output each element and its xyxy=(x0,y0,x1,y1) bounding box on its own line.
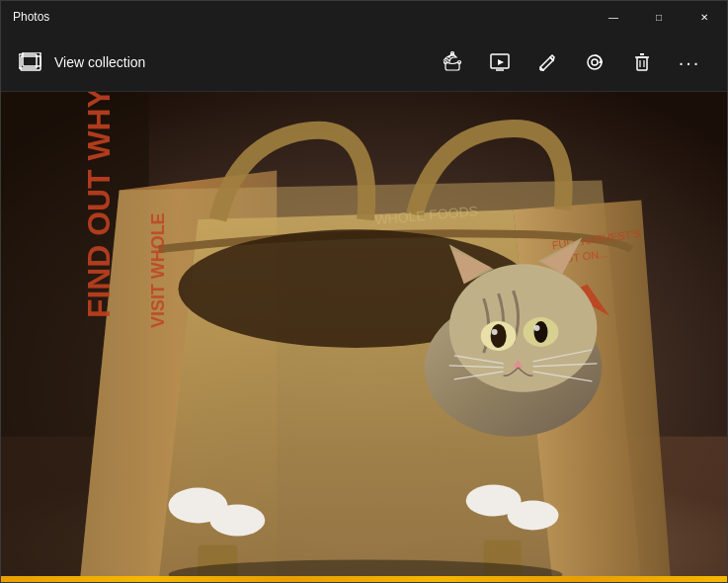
svg-point-37 xyxy=(449,264,598,392)
svg-point-46 xyxy=(534,321,548,343)
photo-display: FIND OUT WHY VISIT WHOLE FULL HARVEST'S … xyxy=(1,92,727,582)
edit-button[interactable] xyxy=(526,41,569,84)
svg-point-47 xyxy=(534,325,540,331)
svg-marker-7 xyxy=(498,59,504,65)
minimize-button[interactable]: — xyxy=(591,1,636,33)
minimize-icon: — xyxy=(608,12,618,23)
svg-text:FIND OUT WHY: FIND OUT WHY xyxy=(81,92,117,318)
photo-area: FIND OUT WHY VISIT WHOLE FULL HARVEST'S … xyxy=(1,92,727,582)
svg-point-35 xyxy=(508,501,559,531)
close-icon: ✕ xyxy=(700,12,708,23)
collection-icon xyxy=(17,51,44,73)
more-options-icon: ··· xyxy=(679,52,701,72)
title-bar-left: Photos xyxy=(13,10,49,24)
delete-icon xyxy=(631,51,653,73)
svg-point-44 xyxy=(492,329,498,335)
svg-rect-14 xyxy=(637,57,647,70)
app-title: Photos xyxy=(13,10,49,24)
maximize-icon: □ xyxy=(656,12,662,23)
svg-point-43 xyxy=(491,324,507,348)
slideshow-button[interactable] xyxy=(478,41,522,84)
app-window: Photos — □ ✕ View collection xyxy=(0,0,728,583)
maximize-button[interactable]: □ xyxy=(636,1,682,33)
svg-point-33 xyxy=(209,505,265,537)
edit-icon xyxy=(536,51,558,73)
title-bar-controls: — □ ✕ xyxy=(591,1,727,33)
view-collection-label: View collection xyxy=(54,54,145,70)
share-icon xyxy=(442,51,463,73)
delete-button[interactable] xyxy=(620,41,664,84)
close-button[interactable]: ✕ xyxy=(682,1,727,33)
share-button[interactable] xyxy=(431,41,474,84)
toolbar-left: View collection xyxy=(17,51,431,73)
photo-svg: FIND OUT WHY VISIT WHOLE FULL HARVEST'S … xyxy=(1,92,727,582)
enhance-button[interactable] xyxy=(573,41,616,84)
toolbar: View collection xyxy=(1,33,727,92)
svg-text:VISIT WHOLE: VISIT WHOLE xyxy=(148,212,168,328)
slideshow-icon xyxy=(489,51,511,73)
title-bar: Photos — □ ✕ xyxy=(1,1,727,33)
toolbar-actions: ··· xyxy=(431,41,711,84)
bottom-strip xyxy=(1,576,727,582)
svg-point-12 xyxy=(592,59,598,65)
enhance-icon xyxy=(584,51,606,73)
more-options-button[interactable]: ··· xyxy=(668,41,711,84)
